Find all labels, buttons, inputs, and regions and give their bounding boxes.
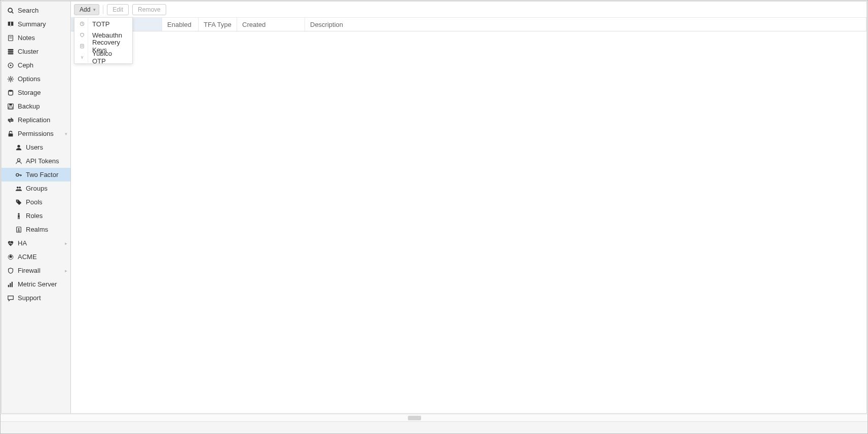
addr-icon xyxy=(15,226,23,234)
sidebar-item-label: Cluster xyxy=(18,48,39,55)
sidebar-item-cluster[interactable]: Cluster xyxy=(2,45,70,58)
sidebar-item-firewall[interactable]: Firewall▸ xyxy=(2,264,70,277)
column-tfatype-label: TFA Type xyxy=(204,21,232,28)
db-icon xyxy=(7,89,15,97)
sidebar-item-support[interactable]: Support xyxy=(2,291,70,305)
add-menu-item-totp[interactable]: TOTP xyxy=(74,18,132,29)
sidebar-item-api-tokens[interactable]: API Tokens xyxy=(2,154,70,168)
scroll-thumb[interactable] xyxy=(408,416,421,420)
svg-text:Y: Y xyxy=(81,55,83,60)
sidebar-item-users[interactable]: Users xyxy=(2,140,70,154)
ceph-icon xyxy=(7,61,15,69)
svg-point-0 xyxy=(8,8,12,12)
expand-right-icon: ▸ xyxy=(65,268,67,273)
sidebar-item-summary[interactable]: Summary xyxy=(2,17,70,31)
user-icon xyxy=(15,143,23,152)
sidebar-item-pools[interactable]: Pools xyxy=(2,195,70,209)
retweet-icon xyxy=(7,116,15,124)
column-enabled[interactable]: Enabled xyxy=(162,18,199,31)
content-area: Add ▾ Edit Remove User Enabled TFA Type … xyxy=(71,2,866,413)
svg-point-10 xyxy=(10,78,12,80)
add-button-label: Add xyxy=(80,6,90,13)
heart-icon xyxy=(7,239,15,247)
sidebar-item-label: Replication xyxy=(18,116,50,124)
cert-icon xyxy=(7,253,15,261)
sidebar-item-options[interactable]: Options xyxy=(2,72,70,86)
svg-rect-5 xyxy=(8,49,14,50)
sidebar-item-label: Permissions xyxy=(18,130,54,137)
svg-rect-34 xyxy=(18,215,20,217)
note-icon xyxy=(7,34,15,42)
sidebar-item-acme[interactable]: ACME xyxy=(2,250,70,264)
toolbar: Add ▾ Edit Remove xyxy=(71,2,866,18)
sidebar-item-label: Ceph xyxy=(18,61,33,69)
sidebar-item-search[interactable]: Search xyxy=(2,4,70,17)
sidebar-item-storage[interactable]: Storage xyxy=(2,86,70,99)
sidebar-item-label: Options xyxy=(18,75,41,83)
sidebar-item-label: Metric Server xyxy=(18,280,57,288)
svg-rect-44 xyxy=(81,44,84,48)
grid-header: User Enabled TFA Type Created Descriptio… xyxy=(71,18,866,31)
sidebar-item-replication[interactable]: Replication xyxy=(2,113,70,127)
sidebar-item-ceph[interactable]: Ceph xyxy=(2,58,70,72)
svg-point-25 xyxy=(17,158,20,161)
svg-rect-23 xyxy=(9,133,13,136)
add-menu-item-yubico-otp[interactable]: YYubico OTP xyxy=(74,52,132,63)
sidebar-item-label: Pools xyxy=(26,198,43,206)
gear-icon xyxy=(7,75,15,83)
svg-rect-22 xyxy=(9,106,13,108)
sidebar-item-backup[interactable]: Backup xyxy=(2,99,70,113)
svg-rect-21 xyxy=(9,103,12,105)
sidebar-item-label: Firewall xyxy=(18,267,41,274)
sidebar-item-label: Support xyxy=(18,294,41,302)
expand-right-icon: ▸ xyxy=(65,241,67,246)
svg-line-1 xyxy=(12,12,13,13)
sidebar-item-groups[interactable]: Groups xyxy=(2,182,70,195)
svg-rect-40 xyxy=(8,284,9,286)
svg-point-38 xyxy=(18,228,20,230)
svg-rect-41 xyxy=(10,283,11,287)
svg-point-31 xyxy=(19,186,21,188)
remove-button[interactable]: Remove xyxy=(132,4,166,15)
sidebar-item-label: Users xyxy=(26,143,43,151)
server-icon xyxy=(7,48,15,56)
sidebar-item-label: Two Factor xyxy=(26,171,58,178)
sidebar-item-realms[interactable]: Realms xyxy=(2,223,70,236)
main-area: SearchSummaryNotesClusterCephOptionsStor… xyxy=(1,1,867,414)
search-icon xyxy=(7,7,15,15)
add-menu-item-label: Webauthn xyxy=(92,31,122,39)
svg-point-33 xyxy=(18,213,20,215)
caret-down-icon: ▾ xyxy=(93,7,96,12)
sidebar-item-roles[interactable]: Roles xyxy=(2,209,70,223)
sidebar-item-permissions[interactable]: Permissions▾ xyxy=(2,127,70,140)
edit-button[interactable]: Edit xyxy=(107,4,129,15)
sidebar-item-label: Notes xyxy=(18,34,35,42)
sidebar-item-label: Search xyxy=(18,7,39,14)
svg-point-30 xyxy=(17,186,19,188)
shield-icon xyxy=(7,267,15,275)
toolbar-separator xyxy=(103,5,103,14)
bars-icon xyxy=(7,280,15,288)
sidebar-item-label: Backup xyxy=(18,102,40,110)
sidebar-item-metric-server[interactable]: Metric Server xyxy=(2,277,70,291)
remove-button-label: Remove xyxy=(138,6,161,13)
add-dropdown: TOTPWebauthnRecovery KeysYYubico OTP xyxy=(74,17,133,64)
sidebar-item-label: Roles xyxy=(26,212,43,220)
svg-rect-42 xyxy=(12,281,13,287)
column-tfatype[interactable]: TFA Type xyxy=(199,18,237,31)
y-icon: Y xyxy=(80,52,88,63)
horizontal-scrollbar[interactable] xyxy=(1,414,867,421)
svg-point-26 xyxy=(16,173,19,176)
sidebar-item-label: ACME xyxy=(18,253,37,261)
footer-bar xyxy=(1,421,867,433)
clock-icon xyxy=(80,18,88,29)
column-description[interactable]: Description xyxy=(305,18,866,31)
add-button[interactable]: Add ▾ xyxy=(74,4,99,15)
sidebar: SearchSummaryNotesClusterCephOptionsStor… xyxy=(2,2,71,413)
sidebar-item-ha[interactable]: HA▸ xyxy=(2,236,70,250)
shield-icon xyxy=(80,29,88,41)
sidebar-item-two-factor[interactable]: Two Factor xyxy=(2,168,70,182)
sidebar-item-notes[interactable]: Notes xyxy=(2,31,70,45)
column-created[interactable]: Created xyxy=(237,18,305,31)
svg-rect-7 xyxy=(8,53,14,54)
